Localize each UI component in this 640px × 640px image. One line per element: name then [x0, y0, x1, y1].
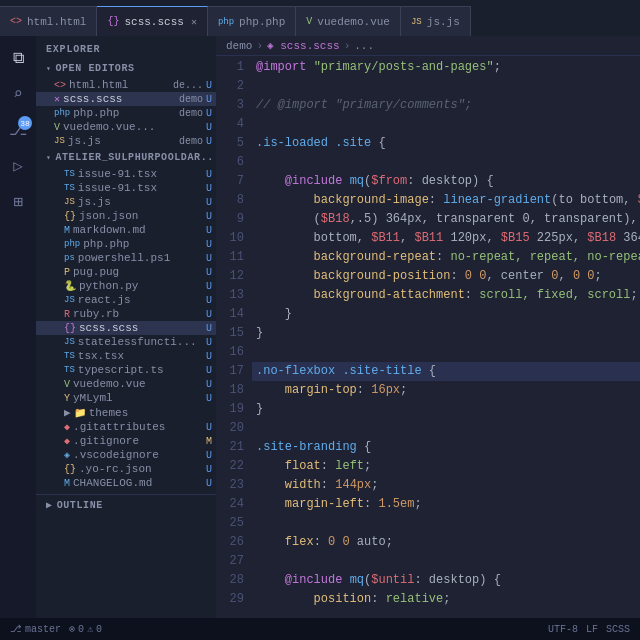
file-jsjs[interactable]: JS js.js U — [36, 195, 216, 209]
code-token: "primary/posts-and-pages" — [314, 58, 494, 77]
code-token: 0 — [465, 267, 472, 286]
file-powershell[interactable]: ps powershell.ps1 U — [36, 251, 216, 265]
file-gitignore[interactable]: ◆ .gitignore M — [36, 434, 216, 448]
file-issue91-1[interactable]: TS issue-91.tsx U — [36, 167, 216, 181]
file-issue91-2[interactable]: TS issue-91.tsx U — [36, 181, 216, 195]
file-ruby[interactable]: R ruby.rb U — [36, 307, 216, 321]
code-line-7: @include mq($from: desktop) { — [252, 172, 640, 191]
code-token: { — [357, 438, 371, 457]
code-line-29: position: relative; — [252, 590, 640, 609]
open-editor-js[interactable]: JS js.js demo U — [36, 134, 216, 148]
open-editor-js-name: js.js — [68, 135, 176, 147]
file-vscodeignore[interactable]: ◈ .vscodeignore U — [36, 448, 216, 462]
code-token: ; — [400, 381, 407, 400]
code-token — [580, 267, 587, 286]
sidebar-project-section[interactable]: ▾ ATELIER_SULPHURPOOLDAR... — [36, 148, 216, 167]
file-stateless[interactable]: JS statelessfuncti... U — [36, 335, 216, 349]
filename-stateless: statelessfuncti... — [78, 336, 203, 348]
sidebar-outline-section[interactable]: ▶ OUTLINE — [36, 494, 216, 515]
badge-jsjs: U — [206, 197, 212, 208]
badge-stateless: U — [206, 337, 212, 348]
code-token: .no-flexbox .site-title — [256, 362, 422, 381]
badge-powershell: U — [206, 253, 212, 264]
file-tsx[interactable]: TS tsx.tsx U — [36, 349, 216, 363]
yml-icon: Y — [64, 393, 70, 404]
extensions-icon[interactable]: ⊞ — [2, 186, 34, 218]
code-token — [256, 381, 285, 400]
debug-icon[interactable]: ▷ — [2, 150, 34, 182]
code-line-12: background-position: 0 0, center 0, 0 0; — [252, 267, 640, 286]
code-token: auto; — [350, 533, 393, 552]
code-token — [256, 286, 314, 305]
code-token — [256, 191, 314, 210]
js-icon2: JS — [54, 136, 65, 146]
code-token: 364px, — [616, 229, 640, 248]
tab-html[interactable]: <> html.html — [0, 6, 97, 36]
tab-php[interactable]: php php.php — [208, 6, 296, 36]
code-token: mq — [350, 172, 364, 191]
file-react[interactable]: JS react.js U — [36, 293, 216, 307]
code-token: background-repeat — [314, 248, 436, 267]
open-editor-scss[interactable]: ✕ scss.scss demo U — [36, 92, 216, 106]
status-errors[interactable]: ⊗ 0 ⚠ 0 — [69, 623, 102, 635]
search-icon[interactable]: ⌕ — [2, 78, 34, 110]
folder-themes[interactable]: ▶ 📁 themes — [36, 405, 216, 420]
code-token: ( — [364, 571, 371, 590]
tab-vue-label: vuedemo.vue — [317, 16, 390, 28]
filename-scss: scss.scss — [79, 322, 203, 334]
tab-vue[interactable]: V vuedemo.vue — [296, 6, 401, 36]
file-yml[interactable]: Y yMLyml U — [36, 391, 216, 405]
file-php[interactable]: php php.php U — [36, 237, 216, 251]
code-token: , center — [486, 267, 551, 286]
folder-icon: 📁 — [74, 407, 86, 419]
tab-scss-close[interactable]: ✕ — [191, 16, 197, 28]
filename-yml: yMLyml — [73, 392, 203, 404]
code-lines[interactable]: @import "primary/posts-and-pages"; // @i… — [252, 56, 640, 618]
html-icon: <> — [54, 80, 66, 91]
filename-php: php.php — [83, 238, 203, 250]
file-typescript[interactable]: TS typescript.ts U — [36, 363, 216, 377]
files-icon[interactable]: ⧉ — [2, 42, 34, 74]
sidebar-open-editors-section[interactable]: ▾ OPEN EDITORS — [36, 59, 216, 78]
open-editor-html-badge: U — [206, 80, 212, 91]
open-editors-label: OPEN EDITORS — [55, 63, 134, 74]
file-pug[interactable]: P pug.pug U — [36, 265, 216, 279]
status-bar: ⎇ master ⊗ 0 ⚠ 0 UTF-8 LF SCSS — [0, 618, 640, 640]
code-line-2 — [252, 77, 640, 96]
code-token: .site-branding — [256, 438, 357, 457]
file-json[interactable]: {} json.json U — [36, 209, 216, 223]
outline-label: OUTLINE — [57, 500, 103, 511]
open-editor-scss-suffix: demo — [179, 94, 203, 105]
open-editor-vue[interactable]: V vuedemo.vue... U — [36, 120, 216, 134]
status-encoding: UTF-8 — [548, 624, 578, 635]
file-gitattributes[interactable]: ◆ .gitattributes U — [36, 420, 216, 434]
file-yo-rc[interactable]: {} .yo-rc.json U — [36, 462, 216, 476]
code-token: : — [357, 381, 371, 400]
file-markdown[interactable]: M markdown.md U — [36, 223, 216, 237]
open-editor-vue-name: vuedemo.vue... — [63, 121, 203, 133]
file-scss[interactable]: {} scss.scss U — [36, 321, 216, 335]
code-token — [256, 590, 314, 609]
code-line-14: } — [252, 305, 640, 324]
filename-vscodeignore: .vscodeignore — [73, 449, 203, 461]
code-token: width — [285, 476, 321, 495]
code-token — [256, 248, 314, 267]
badge-typescript: U — [206, 365, 212, 376]
file-python[interactable]: 🐍 python.py U — [36, 279, 216, 293]
warning-count: 0 — [96, 624, 102, 635]
tab-js[interactable]: JS js.js — [401, 6, 471, 36]
tab-scss[interactable]: {} scss.scss ✕ — [97, 6, 207, 36]
code-token: // @import "primary/comments"; — [256, 96, 472, 115]
git-branch[interactable]: ⎇ master — [10, 623, 61, 635]
filename-changelog: CHANGELOG.md — [73, 477, 203, 489]
open-editor-html[interactable]: <> html.html de... U — [36, 78, 216, 92]
code-token: ( — [364, 172, 371, 191]
file-vue[interactable]: V vuedemo.vue U — [36, 377, 216, 391]
warning-icon: ⚠ — [87, 623, 93, 635]
code-token: relative — [386, 590, 444, 609]
json-icon: {} — [64, 211, 76, 222]
code-token: : — [429, 191, 443, 210]
git-icon[interactable]: ⎇ 38 — [2, 114, 34, 146]
open-editor-php[interactable]: php php.php demo U — [36, 106, 216, 120]
file-changelog[interactable]: M CHANGELOG.md U — [36, 476, 216, 490]
